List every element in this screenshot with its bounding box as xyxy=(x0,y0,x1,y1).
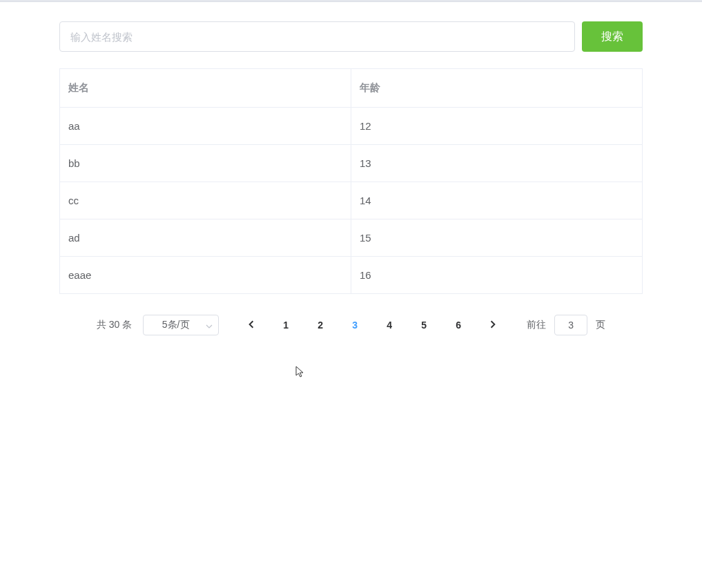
total-count: 30 xyxy=(109,319,120,330)
pagination-page-4[interactable]: 4 xyxy=(379,315,400,335)
table-row: bb 13 xyxy=(60,145,643,182)
chevron-left-icon xyxy=(247,320,255,331)
cell-name: cc xyxy=(60,182,351,219)
pagination-prev-button[interactable] xyxy=(241,315,262,335)
total-suffix: 条 xyxy=(122,319,132,330)
pagination-page-6[interactable]: 6 xyxy=(448,315,469,335)
pagination-total: 共 30 条 xyxy=(97,319,132,331)
search-button[interactable]: 搜索 xyxy=(582,21,643,52)
page-size-select[interactable]: 5条/页 xyxy=(143,315,219,335)
chevron-right-icon xyxy=(489,320,497,331)
table-row: aa 12 xyxy=(60,108,643,145)
pagination-jump-input[interactable] xyxy=(554,315,587,335)
cell-name: ad xyxy=(60,219,351,257)
cell-name: aa xyxy=(60,108,351,145)
cell-age: 14 xyxy=(351,182,643,219)
cell-name: bb xyxy=(60,145,351,182)
cell-age: 13 xyxy=(351,145,643,182)
search-bar: 搜索 xyxy=(59,21,643,52)
table-row: eaae 16 xyxy=(60,257,643,294)
table-row: cc 14 xyxy=(60,182,643,219)
main-container: 搜索 姓名 年龄 aa 12 bb 13 cc 14 ad 15 xyxy=(0,2,702,355)
cell-age: 15 xyxy=(351,219,643,257)
pagination-page-2[interactable]: 2 xyxy=(310,315,331,335)
total-prefix: 共 xyxy=(97,319,106,330)
table-row: ad 15 xyxy=(60,219,643,257)
pagination-page-1[interactable]: 1 xyxy=(275,315,296,335)
cell-name: eaae xyxy=(60,257,351,294)
jump-prefix: 前往 xyxy=(527,319,546,331)
cell-age: 16 xyxy=(351,257,643,294)
column-header-age: 年龄 xyxy=(351,69,643,108)
table-body: aa 12 bb 13 cc 14 ad 15 eaae 16 xyxy=(60,108,643,294)
pagination-page-5[interactable]: 5 xyxy=(413,315,434,335)
pagination-page-3[interactable]: 3 xyxy=(344,315,365,335)
pagination: 共 30 条 5条/页 1 2 3 4 5 6 前往 页 xyxy=(59,315,643,335)
page-size-label: 5条/页 xyxy=(162,319,190,331)
pagination-next-button[interactable] xyxy=(482,315,503,335)
data-table: 姓名 年龄 aa 12 bb 13 cc 14 ad 15 eaae xyxy=(59,68,643,294)
jump-suffix: 页 xyxy=(596,319,605,331)
search-input[interactable] xyxy=(59,21,575,52)
column-header-name: 姓名 xyxy=(60,69,351,108)
table-header-row: 姓名 年龄 xyxy=(60,69,643,108)
chevron-down-icon xyxy=(206,320,213,331)
cell-age: 12 xyxy=(351,108,643,145)
